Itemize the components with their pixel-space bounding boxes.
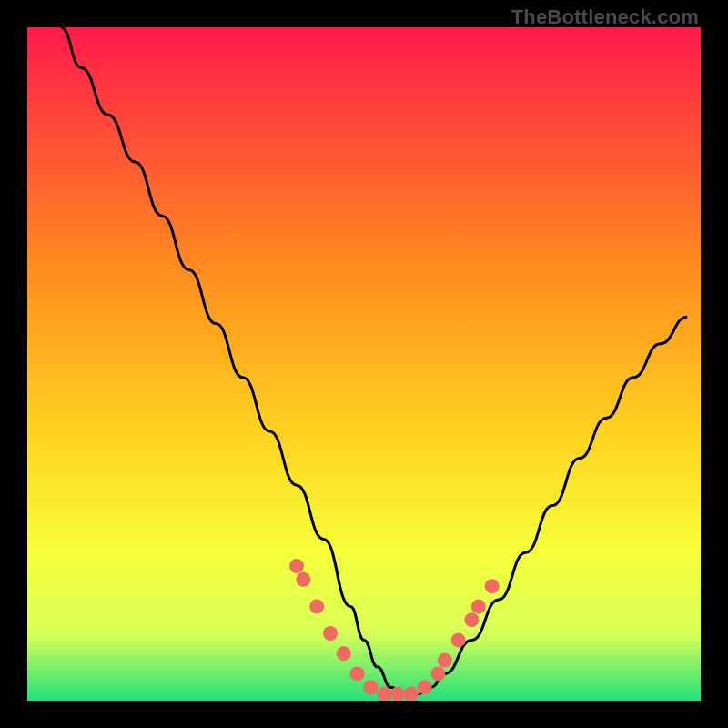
highlight-dot bbox=[485, 579, 500, 593]
highlight-dot bbox=[430, 666, 445, 681]
highlight-dot bbox=[390, 687, 405, 701]
highlight-dot bbox=[377, 687, 391, 701]
highlight-dot bbox=[296, 572, 310, 587]
highlight-dot bbox=[309, 599, 324, 613]
highlight-dot bbox=[323, 626, 338, 641]
gradient-background bbox=[27, 27, 701, 701]
highlight-dot bbox=[418, 680, 432, 694]
watermark-text: TheBottleneck.com bbox=[511, 5, 699, 29]
highlight-dot bbox=[337, 646, 351, 661]
highlight-dot bbox=[438, 653, 452, 668]
highlight-dot bbox=[471, 599, 486, 613]
bottleneck-chart bbox=[27, 27, 701, 701]
highlight-dot bbox=[404, 687, 419, 701]
highlight-dot bbox=[350, 666, 365, 681]
highlight-dot bbox=[451, 632, 466, 647]
chart-frame bbox=[27, 27, 701, 701]
highlight-dot bbox=[363, 680, 378, 694]
highlight-dot bbox=[464, 612, 479, 627]
highlight-dot bbox=[289, 559, 304, 573]
